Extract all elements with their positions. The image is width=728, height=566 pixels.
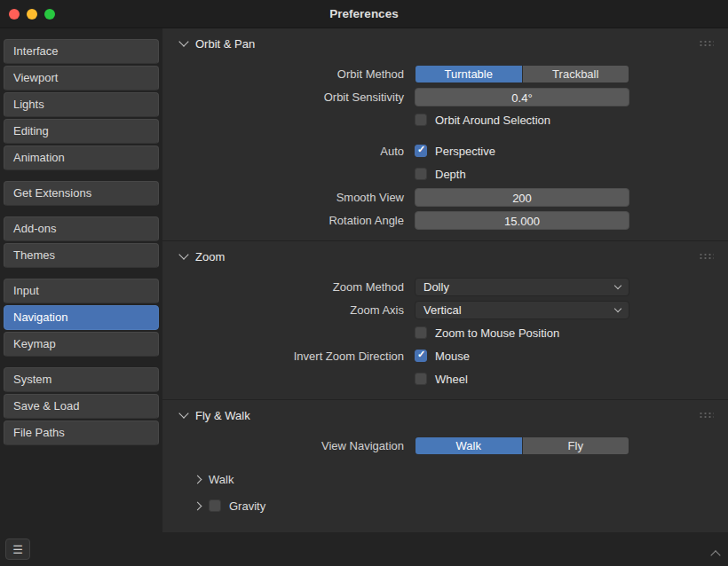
view-navigation-label: View Navigation [175, 439, 415, 452]
close-window-button[interactable] [9, 9, 20, 20]
zoom-method-dropdown[interactable]: Dolly [415, 278, 629, 296]
orbit-around-selection-control: Orbit Around Selection [415, 114, 629, 127]
chevron-down-icon [178, 249, 188, 259]
orbit-pan-rows: Orbit Method Turntable Trackball Orbit S… [175, 62, 721, 232]
orbit-sensitivity-field[interactable]: 0.4° [415, 88, 629, 106]
view-navigation-toggle: Walk Fly [415, 436, 629, 455]
auto-depth-control: Depth [415, 168, 629, 181]
sidebar-group-extensions: Get Extensions [4, 181, 159, 206]
invert-zoom-wheel-row: Wheel [175, 367, 721, 390]
sidebar-group-general: Interface Viewport Lights Editing Animat… [4, 39, 159, 170]
titlebar: Preferences [0, 0, 728, 28]
perspective-label: Perspective [435, 145, 495, 158]
zoom-window-button[interactable] [44, 9, 55, 20]
smooth-view-label: Smooth View [175, 191, 415, 204]
chevron-right-icon [194, 475, 202, 483]
invert-zoom-direction-label: Invert Zoom Direction [175, 350, 415, 363]
zoom-method-row: Zoom Method Dolly [175, 275, 721, 298]
sidebar-item-save-load[interactable]: Save & Load [4, 394, 159, 419]
gravity-checkbox[interactable] [209, 499, 221, 512]
orbit-method-trackball-button[interactable]: Trackball [522, 66, 629, 83]
sidebar-item-get-extensions[interactable]: Get Extensions [4, 181, 159, 206]
zoom-to-mouse-label: Zoom to Mouse Position [435, 326, 559, 340]
zoom-method-label: Zoom Method [175, 280, 415, 294]
zoom-method-value: Dolly [423, 280, 449, 294]
zoom-axis-value: Vertical [423, 303, 462, 317]
chevron-down-icon [178, 408, 188, 418]
main-panel: Orbit & Pan Orbit Method Turntable Track… [162, 28, 728, 532]
auto-perspective-row: Auto Perspective [175, 139, 721, 162]
chevron-down-icon [614, 304, 621, 311]
drag-grip-icon[interactable] [699, 253, 714, 260]
gravity-subpanel-header[interactable]: Gravity [194, 494, 721, 517]
minimize-window-button[interactable] [27, 9, 37, 20]
panel-title: Orbit & Pan [195, 37, 255, 51]
sidebar-item-themes[interactable]: Themes [4, 243, 159, 268]
orbit-around-selection-label: Orbit Around Selection [435, 114, 550, 127]
smooth-view-row: Smooth View 200 [175, 185, 721, 208]
orbit-method-turntable-button[interactable]: Turntable [415, 66, 522, 83]
sidebar-item-keymap[interactable]: Keymap [4, 332, 159, 357]
panel-fly-walk: Fly & Walk View Navigation Walk Fly Walk [162, 399, 728, 526]
walk-subpanel-label: Walk [209, 473, 233, 486]
perspective-checkbox[interactable] [415, 145, 427, 157]
zoom-to-mouse-control: Zoom to Mouse Position [415, 326, 629, 340]
invert-mouse-checkbox[interactable] [415, 350, 427, 362]
orbit-around-selection-row: Orbit Around Selection [175, 108, 721, 131]
zoom-header[interactable]: Zoom [175, 245, 721, 268]
zoom-to-mouse-checkbox[interactable] [415, 326, 427, 339]
orbit-around-selection-checkbox[interactable] [415, 114, 427, 126]
zoom-rows: Zoom Method Dolly Zoom Axis Vertical [175, 275, 721, 390]
sidebar-group-system: System Save & Load File Paths [4, 367, 159, 445]
view-navigation-fly-button[interactable]: Fly [522, 437, 629, 454]
orbit-sensitivity-label: Orbit Sensitivity [175, 90, 415, 104]
sidebar-item-viewport[interactable]: Viewport [4, 66, 159, 90]
sidebar-group-addons: Add-ons Themes [4, 216, 159, 268]
sidebar-item-navigation[interactable]: Navigation [4, 305, 159, 330]
zoom-axis-dropdown[interactable]: Vertical [415, 301, 629, 319]
orbit-pan-header[interactable]: Orbit & Pan [175, 32, 721, 55]
orbit-method-toggle: Turntable Trackball [415, 65, 629, 83]
invert-wheel-checkbox[interactable] [415, 373, 427, 385]
sidebar-item-system[interactable]: System [4, 367, 159, 392]
sidebar-item-file-paths[interactable]: File Paths [4, 421, 159, 445]
sidebar-item-input[interactable]: Input [4, 279, 159, 303]
fly-walk-header[interactable]: Fly & Walk [175, 404, 721, 427]
zoom-axis-label: Zoom Axis [175, 303, 415, 317]
invert-zoom-wheel-control: Wheel [415, 373, 629, 386]
auto-depth-row: Depth [175, 162, 721, 185]
chevron-down-icon [614, 281, 621, 288]
zoom-axis-row: Zoom Axis Vertical [175, 298, 721, 321]
chevron-down-icon [178, 36, 188, 46]
rotation-angle-field[interactable]: 15.000 [415, 211, 629, 230]
auto-perspective-control: Perspective [415, 145, 629, 158]
sidebar-group-input: Input Navigation Keymap [4, 279, 159, 357]
smooth-view-field[interactable]: 200 [415, 188, 629, 207]
invert-wheel-label: Wheel [435, 373, 468, 386]
drag-grip-icon[interactable] [699, 412, 714, 419]
depth-label: Depth [435, 168, 466, 181]
walk-subpanel-header[interactable]: Walk [194, 468, 721, 491]
invert-zoom-mouse-control: Mouse [415, 350, 629, 363]
chevron-right-icon [194, 501, 202, 510]
gravity-subpanel-label: Gravity [229, 499, 265, 513]
sidebar-item-lights[interactable]: Lights [4, 92, 159, 117]
orbit-method-row: Orbit Method Turntable Trackball [175, 62, 721, 85]
preferences-body: Interface Viewport Lights Editing Animat… [0, 28, 728, 532]
sidebar-item-editing[interactable]: Editing [4, 119, 159, 144]
depth-checkbox[interactable] [415, 168, 427, 180]
drag-grip-icon[interactable] [699, 40, 714, 47]
sidebar: Interface Viewport Lights Editing Animat… [0, 28, 162, 532]
view-navigation-walk-button[interactable]: Walk [415, 437, 522, 454]
sidebar-item-interface[interactable]: Interface [4, 39, 159, 64]
menu-button[interactable]: ☰ [5, 538, 30, 560]
sidebar-item-animation[interactable]: Animation [4, 145, 159, 170]
panel-title: Fly & Walk [195, 409, 250, 422]
panel-zoom: Zoom Zoom Method Dolly Zoom Axis Vertica… [162, 240, 728, 399]
sidebar-item-addons[interactable]: Add-ons [4, 216, 159, 241]
invert-mouse-label: Mouse [435, 350, 470, 363]
fly-walk-rows: View Navigation Walk Fly Walk Gravity [175, 434, 721, 517]
chevron-up-icon[interactable] [710, 550, 720, 560]
window-title: Preferences [0, 7, 728, 20]
invert-zoom-mouse-row: Invert Zoom Direction Mouse [175, 344, 721, 367]
